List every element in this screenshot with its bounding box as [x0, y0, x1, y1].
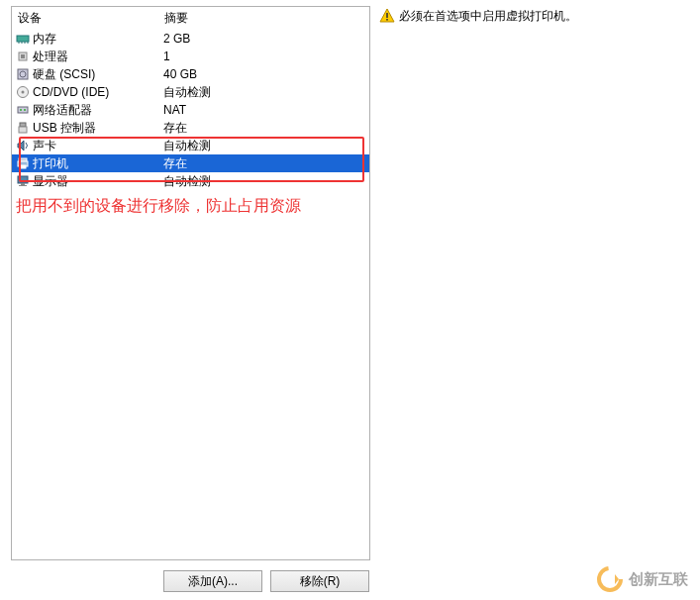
- svg-rect-0: [17, 36, 29, 42]
- device-row-disk[interactable]: 硬盘 (SCSI)40 GB: [12, 65, 369, 83]
- warning-icon: [379, 8, 395, 24]
- cpu-icon: [15, 49, 31, 64]
- watermark-text: 创新互联: [629, 570, 688, 589]
- sound-icon: [15, 138, 31, 153]
- memory-icon: [15, 31, 31, 47]
- device-row-cpu[interactable]: 处理器1: [12, 48, 369, 65]
- device-name: 硬盘 (SCSI): [33, 66, 163, 83]
- device-name: CD/DVD (IDE): [33, 85, 163, 99]
- svg-rect-14: [20, 123, 26, 127]
- device-summary: 自动检测: [163, 84, 369, 101]
- disk-icon: [15, 66, 31, 82]
- device-name: 声卡: [33, 138, 163, 154]
- device-row-cd[interactable]: CD/DVD (IDE)自动检测: [12, 83, 369, 101]
- device-row-network[interactable]: 网络适配器NAT: [12, 101, 369, 119]
- warning-area: 必须在首选项中启用虚拟打印机。: [379, 8, 577, 25]
- svg-marker-16: [18, 141, 24, 150]
- svg-rect-21: [21, 183, 25, 185]
- hardware-panel: 设备 摘要 内存2 GB处理器1硬盘 (SCSI)40 GBCD/DVD (ID…: [11, 6, 370, 560]
- svg-rect-6: [21, 54, 25, 58]
- network-icon: [15, 102, 31, 118]
- header-summary: 摘要: [164, 10, 365, 27]
- device-row-display[interactable]: 显示器自动检测: [12, 172, 369, 190]
- device-name: 显示器: [33, 173, 163, 190]
- svg-point-12: [20, 109, 22, 111]
- svg-point-10: [22, 91, 25, 94]
- device-summary: 存在: [163, 120, 369, 137]
- column-headers: 设备 摘要: [12, 7, 369, 30]
- svg-rect-20: [18, 176, 28, 183]
- device-summary: 存在: [163, 155, 369, 172]
- device-summary: 40 GB: [163, 67, 369, 81]
- device-row-usb[interactable]: USB 控制器存在: [12, 119, 369, 137]
- svg-rect-11: [18, 107, 28, 113]
- svg-rect-22: [19, 185, 27, 186]
- button-bar: 添加(A)... 移除(R): [163, 570, 369, 592]
- svg-rect-25: [386, 19, 388, 21]
- device-name: 打印机: [33, 155, 163, 172]
- warning-text: 必须在首选项中启用虚拟打印机。: [399, 8, 577, 25]
- device-row-memory[interactable]: 内存2 GB: [12, 30, 369, 48]
- device-name: 内存: [33, 31, 163, 48]
- printer-icon: [15, 155, 31, 171]
- device-name: 处理器: [33, 49, 163, 65]
- device-name: USB 控制器: [33, 120, 163, 137]
- watermark-logo-icon: [597, 566, 623, 592]
- display-icon: [15, 173, 31, 189]
- watermark: 创新互联: [597, 566, 688, 592]
- remove-button[interactable]: 移除(R): [270, 570, 369, 592]
- svg-rect-24: [386, 13, 388, 18]
- add-button[interactable]: 添加(A)...: [163, 570, 262, 592]
- svg-rect-15: [19, 127, 27, 133]
- usb-icon: [15, 120, 31, 136]
- device-row-printer[interactable]: 打印机存在: [12, 154, 369, 172]
- device-summary: 1: [163, 50, 369, 63]
- device-name: 网络适配器: [33, 102, 163, 119]
- header-device: 设备: [16, 10, 164, 27]
- svg-point-13: [24, 109, 26, 111]
- device-row-sound[interactable]: 声卡自动检测: [12, 137, 369, 154]
- svg-rect-19: [20, 165, 26, 168]
- device-summary: 2 GB: [163, 32, 369, 46]
- device-summary: 自动检测: [163, 173, 369, 190]
- cd-icon: [15, 84, 31, 100]
- device-summary: 自动检测: [163, 138, 369, 154]
- device-summary: NAT: [163, 103, 369, 117]
